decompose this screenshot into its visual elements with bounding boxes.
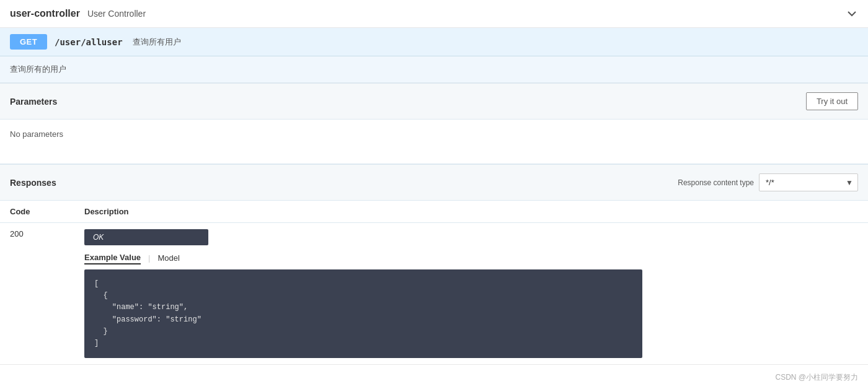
code-column-header: Code (0, 201, 74, 223)
table-header-row: Code Description (0, 201, 868, 223)
model-tab[interactable]: Model (157, 252, 179, 264)
controller-title-group: user-controller User Controller (10, 8, 146, 19)
controller-header: user-controller User Controller (0, 0, 868, 28)
content-type-select[interactable]: */* (759, 173, 858, 191)
example-value-code-block: [ { "name": "string", "password": "strin… (84, 269, 642, 358)
watermark: CSDN @小柱同学要努力 (775, 372, 858, 383)
controller-chevron-icon[interactable] (846, 7, 858, 20)
example-value-tab[interactable]: Example Value (84, 251, 141, 264)
endpoint-header[interactable]: GET /user/alluser 查询所有用户 (0, 28, 868, 56)
endpoint-summary: 查询所有的用户 (0, 56, 868, 83)
ok-badge: OK (84, 229, 208, 245)
response-description: OK Example Value | Model [ { "name": "st… (74, 223, 868, 365)
responses-section: Responses Response content type */* ▼ Co… (0, 164, 868, 365)
content-type-label: Response content type (678, 178, 754, 187)
summary-text: 查询所有的用户 (10, 64, 66, 74)
response-table: Code Description 200 OK (0, 201, 868, 365)
controller-name: User Controller (87, 9, 146, 19)
method-badge: GET (10, 34, 47, 50)
content-type-select-wrapper[interactable]: */* ▼ (759, 173, 858, 191)
no-parameters-text: No parameters (0, 120, 868, 164)
response-code: 200 (0, 223, 74, 365)
endpoint-path: /user/alluser (55, 37, 123, 47)
try-it-out-button[interactable]: Try it out (806, 92, 858, 110)
endpoint-container: GET /user/alluser 查询所有用户 查询所有的用户 Paramet… (0, 28, 868, 365)
responses-title: Responses (10, 178, 56, 188)
responses-header: Responses Response content type */* ▼ (0, 165, 868, 201)
content-type-group: Response content type */* ▼ (678, 173, 858, 191)
example-value-tabs: Example Value | Model (84, 251, 858, 264)
responses-content: Code Description 200 OK (0, 201, 868, 365)
tab-separator: | (148, 253, 150, 263)
parameters-title: Parameters (10, 97, 57, 107)
parameters-section: Parameters Try it out No parameters (0, 83, 868, 164)
description-column-header: Description (74, 201, 868, 223)
parameters-section-header: Parameters Try it out (0, 84, 868, 120)
endpoint-description: 查询所有用户 (133, 37, 181, 48)
controller-id: user-controller (10, 8, 80, 19)
table-row: 200 OK Example Value | Model [ { (0, 223, 868, 365)
